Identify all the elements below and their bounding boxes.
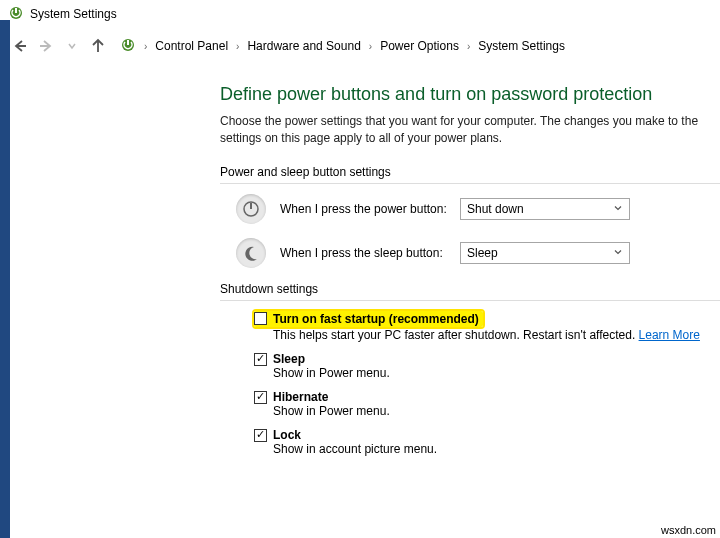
watermark: wsxdn.com <box>661 524 716 536</box>
lock-row: Lock Show in account picture menu. <box>254 428 720 456</box>
highlight-annotation: Turn on fast startup (recommended) <box>254 311 483 327</box>
hibernate-desc: Show in Power menu. <box>273 404 720 418</box>
sleep-row: Sleep Show in Power menu. <box>254 352 720 380</box>
power-button-value: Shut down <box>467 202 524 216</box>
power-icon <box>236 194 266 224</box>
hibernate-row: Hibernate Show in Power menu. <box>254 390 720 418</box>
chevron-right-icon[interactable]: › <box>232 41 243 52</box>
sleep-button-select[interactable]: Sleep <box>460 242 630 264</box>
divider <box>220 183 720 184</box>
fast-startup-row: Turn on fast startup (recommended) This … <box>254 311 720 343</box>
page-description: Choose the power settings that you want … <box>220 113 720 147</box>
content-area: Define power buttons and turn on passwor… <box>0 84 720 456</box>
lock-label: Lock <box>273 428 301 442</box>
back-button[interactable] <box>8 34 32 58</box>
sleep-button-label: When I press the sleep button: <box>280 246 460 260</box>
sleep-button-row: When I press the sleep button: Sleep <box>236 238 720 268</box>
recent-locations-dropdown[interactable] <box>60 34 84 58</box>
breadcrumb-system-settings[interactable]: System Settings <box>474 37 569 55</box>
up-button[interactable] <box>86 34 110 58</box>
shutdown-heading: Shutdown settings <box>220 282 720 296</box>
fast-startup-desc: This helps start your PC faster after sh… <box>273 328 639 342</box>
lock-checkbox[interactable] <box>254 429 267 442</box>
chevron-right-icon[interactable]: › <box>140 41 151 52</box>
svg-rect-1 <box>15 8 17 13</box>
sleep-checkbox[interactable] <box>254 353 267 366</box>
breadcrumb-control-panel[interactable]: Control Panel <box>151 37 232 55</box>
chevron-right-icon[interactable]: › <box>365 41 376 52</box>
power-button-select[interactable]: Shut down <box>460 198 630 220</box>
breadcrumb-power-options[interactable]: Power Options <box>376 37 463 55</box>
sleep-label: Sleep <box>273 352 305 366</box>
sleep-desc: Show in Power menu. <box>273 366 720 380</box>
hibernate-checkbox[interactable] <box>254 391 267 404</box>
sleep-button-value: Sleep <box>467 246 498 260</box>
power-button-row: When I press the power button: Shut down <box>236 194 720 224</box>
breadcrumb: › Control Panel › Hardware and Sound › P… <box>120 37 569 56</box>
svg-rect-3 <box>127 40 129 45</box>
chevron-down-icon <box>613 202 623 216</box>
power-options-window-icon <box>8 5 30 24</box>
chevron-right-icon[interactable]: › <box>463 41 474 52</box>
svg-rect-5 <box>250 203 252 209</box>
window-title: System Settings <box>30 7 117 21</box>
chevron-down-icon <box>613 246 623 260</box>
left-desktop-edge <box>0 20 10 538</box>
fast-startup-label: Turn on fast startup (recommended) <box>273 312 479 326</box>
power-sleep-heading: Power and sleep button settings <box>220 165 720 179</box>
learn-more-link[interactable]: Learn More <box>639 328 700 342</box>
forward-button[interactable] <box>34 34 58 58</box>
title-bar: System Settings <box>0 0 720 28</box>
divider <box>220 300 720 301</box>
fast-startup-checkbox[interactable] <box>254 312 267 325</box>
hibernate-label: Hibernate <box>273 390 328 404</box>
lock-desc: Show in account picture menu. <box>273 442 720 456</box>
nav-bar: › Control Panel › Hardware and Sound › P… <box>0 28 720 64</box>
sleep-icon <box>236 238 266 268</box>
power-options-breadcrumb-icon <box>120 37 136 56</box>
page-title: Define power buttons and turn on passwor… <box>220 84 720 105</box>
breadcrumb-hardware-and-sound[interactable]: Hardware and Sound <box>243 37 364 55</box>
power-button-label: When I press the power button: <box>280 202 460 216</box>
